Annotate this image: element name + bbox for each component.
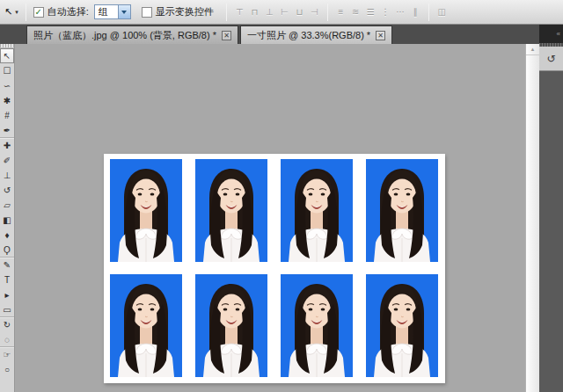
spot-healing-brush-tool[interactable]: ✚ <box>0 138 14 153</box>
tab-label: 一寸照片 @ 33.3%(RGB/8) * <box>247 29 370 42</box>
distribute-vertical-centers-icon[interactable]: ≋ <box>350 5 362 18</box>
show-transform-controls-label: 显示变换控件 <box>156 5 214 18</box>
tab-one-inch-photo[interactable]: 一寸照片 @ 33.3%(RGB/8) * ✕ <box>240 25 392 44</box>
eraser-tool[interactable]: ▱ <box>0 198 14 213</box>
tab-label: 照片（蓝底）.jpg @ 100% (背景, RGB/8) * <box>33 29 216 42</box>
id-photo-image <box>195 159 267 262</box>
auto-select-label: 自动选择: <box>48 5 89 18</box>
id-photo <box>281 159 353 262</box>
distribute-horizontal-centers-icon[interactable]: ⋯ <box>395 5 406 18</box>
auto-select-dropdown[interactable]: 组 <box>94 4 131 19</box>
id-photo <box>110 274 182 377</box>
id-photo <box>195 159 267 262</box>
vertical-scrollbar[interactable]: ▲ <box>525 44 539 392</box>
separator <box>428 4 429 21</box>
rectangular-marquee-tool[interactable]: ☐ <box>0 63 14 78</box>
panel-dock: « ↺ <box>539 25 563 392</box>
distribute-right-edges-icon[interactable]: ∥ <box>410 5 421 18</box>
collapse-dock-icon: « <box>557 30 560 38</box>
hand-tool[interactable]: ☞ <box>0 347 14 362</box>
id-photo <box>366 159 438 262</box>
id-photo-image <box>281 274 353 377</box>
dodge-tool[interactable]: Ϙ <box>0 243 14 258</box>
separator <box>327 4 328 21</box>
panel-dock-icon-box[interactable]: ↺ <box>539 47 563 71</box>
distribute-top-edges-icon[interactable]: ≡ <box>335 5 347 18</box>
chevron-down-icon: ▾ <box>15 9 18 16</box>
close-icon[interactable]: ✕ <box>376 31 385 40</box>
photo-sheet <box>104 154 445 383</box>
distribute-bottom-edges-icon[interactable]: ☰ <box>365 5 377 18</box>
align-right-edges-icon[interactable]: ⊣ <box>309 5 320 18</box>
align-bottom-edges-icon[interactable]: ⊥ <box>264 5 275 18</box>
id-photo-image <box>195 274 267 377</box>
blur-tool[interactable]: ♦ <box>0 228 14 243</box>
tools-panel: ↖☐∽✱#✒✚✐⊥↺▱◧♦Ϙ✎T▸▭↻◌☞○ <box>0 44 15 392</box>
id-photo <box>110 159 182 262</box>
brush-tool[interactable]: ✐ <box>0 153 14 168</box>
gradient-tool[interactable]: ◧ <box>0 213 14 228</box>
scroll-up-arrow-icon[interactable]: ▲ <box>526 44 539 55</box>
move-tool-indicator[interactable]: ↖ ▾ <box>4 6 18 18</box>
auto-select-dropdown-value: 组 <box>95 5 118 18</box>
pen-tool[interactable]: ✎ <box>0 258 14 272</box>
close-icon[interactable]: ✕ <box>222 31 231 40</box>
dropdown-arrow-button[interactable] <box>118 5 130 18</box>
clone-stamp-tool[interactable]: ⊥ <box>0 168 14 183</box>
history-brush-tool[interactable]: ↺ <box>0 183 14 198</box>
lasso-tool[interactable]: ∽ <box>0 78 14 93</box>
crop-tool[interactable]: # <box>0 108 14 123</box>
distribute-left-edges-icon[interactable]: ⋮ <box>380 5 391 18</box>
eyedropper-tool[interactable]: ✒ <box>0 123 14 138</box>
align-left-edges-icon[interactable]: ⊢ <box>279 5 290 18</box>
panel-dock-header[interactable]: « <box>539 25 563 43</box>
3d-rotate-tool[interactable]: ↻ <box>0 317 14 332</box>
auto-align-layers-icon[interactable]: ◫ <box>436 5 448 18</box>
rectangle-tool[interactable]: ▭ <box>0 302 14 317</box>
document-tab-bar: 照片（蓝底）.jpg @ 100% (背景, RGB/8) * ✕ 一寸照片 @… <box>0 25 539 44</box>
align-vertical-centers-icon[interactable]: ⊓ <box>249 5 260 18</box>
auto-select-checkbox[interactable]: ✓ <box>33 7 44 18</box>
quick-selection-tool[interactable]: ✱ <box>0 93 14 108</box>
chevron-down-icon <box>121 11 127 14</box>
move-cursor-icon: ↖ <box>4 6 12 18</box>
align-top-edges-icon[interactable]: ⊤ <box>234 5 245 18</box>
id-photo-image <box>110 159 182 262</box>
history-panel-icon: ↺ <box>546 53 555 65</box>
id-photo-image <box>281 159 353 262</box>
id-photo-image <box>366 274 438 377</box>
type-tool[interactable]: T <box>0 272 14 287</box>
align-icon-group: ⊤⊓⊥⊢⊔⊣ <box>234 5 320 18</box>
id-photo <box>366 274 438 377</box>
zoom-tool[interactable]: ○ <box>0 362 14 377</box>
distribute-icon-group: ≡≋☰⋮⋯∥ <box>335 5 421 18</box>
id-photo <box>281 274 353 377</box>
3d-orbit-tool[interactable]: ◌ <box>0 332 14 347</box>
id-photo-image <box>110 274 182 377</box>
options-bar: ↖ ▾ ✓ 自动选择: 组 显示变换控件 ⊤⊓⊥⊢⊔⊣ ≡≋☰⋮⋯∥ ◫ <box>0 0 563 25</box>
show-transform-controls-checkbox[interactable] <box>142 7 152 18</box>
photoshop-window: ↖ ▾ ✓ 自动选择: 组 显示变换控件 ⊤⊓⊥⊢⊔⊣ ≡≋☰⋮⋯∥ ◫ 照片（… <box>0 0 563 392</box>
id-photo-image <box>366 159 438 262</box>
path-selection-tool[interactable]: ▸ <box>0 287 14 302</box>
move-tool[interactable]: ↖ <box>0 48 14 63</box>
tab-photo-blue-background[interactable]: 照片（蓝底）.jpg @ 100% (背景, RGB/8) * ✕ <box>26 25 238 44</box>
document-canvas[interactable] <box>15 44 525 392</box>
id-photo <box>195 274 267 377</box>
separator <box>26 4 26 21</box>
align-horizontal-centers-icon[interactable]: ⊔ <box>294 5 305 18</box>
separator <box>226 4 227 21</box>
